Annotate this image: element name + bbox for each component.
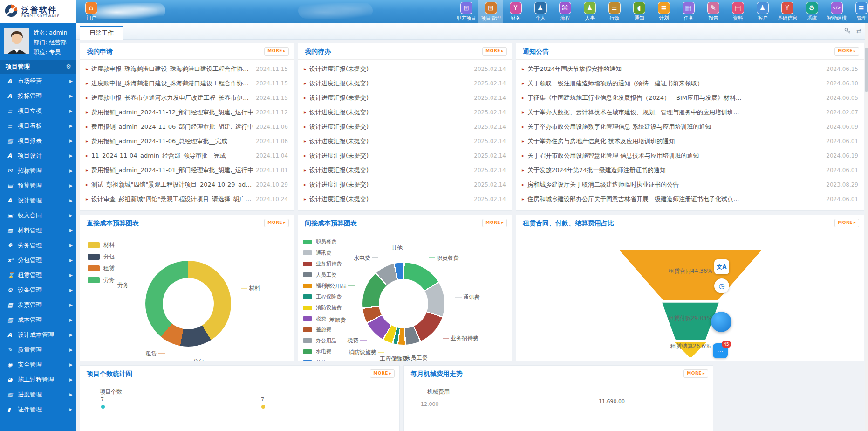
list-item[interactable]: ▸设计进度汇报(未提交)2025.02.14 bbox=[298, 163, 512, 177]
list-item[interactable]: ▸设计审查_彭祖新城"四馆"景观工程设计项目_请选择_胡广生_2024-10-2… bbox=[80, 192, 294, 206]
list-item[interactable]: ▸设计进度汇报(未提交)2025.02.14 bbox=[298, 62, 512, 76]
sidebar-item-租赁管理[interactable]: ⌛租赁管理▶ bbox=[0, 268, 76, 283]
chat-float-button[interactable]: ⋯ 45 bbox=[713, 343, 728, 358]
more-button[interactable]: MORE bbox=[264, 219, 289, 227]
sidebar-item-施工过程管理[interactable]: ◕施工过程管理▶ bbox=[0, 372, 76, 387]
nav-item-项目管理[interactable]: ⊞项目管理 bbox=[478, 0, 503, 23]
sidebar-item-证件管理[interactable]: ▮证件管理▶ bbox=[0, 402, 76, 417]
sidebar-item-发票管理[interactable]: ▤发票管理▶ bbox=[0, 298, 76, 313]
more-button[interactable]: MORE bbox=[834, 47, 859, 56]
list-item[interactable]: ▸关于举办住房与房地产信息化 技术及应用培训班的通知2024.06.01 bbox=[516, 134, 864, 148]
list-item[interactable]: ▸测试_彭祖新城"四馆"景观工程设计项目_2024-10-29_admin_结束… bbox=[80, 177, 294, 192]
sidebar-item-材料管理[interactable]: ▦材料管理▶ bbox=[0, 223, 76, 238]
sidebar-item-收入合同[interactable]: ▣收入合同▶ bbox=[0, 208, 76, 223]
list-item[interactable]: ▸费用报销_admin_2024-11-12_部门经理审批_胡建,_运行中202… bbox=[80, 105, 294, 119]
list-item[interactable]: ▸设计进度汇报(未提交)2025.02.14 bbox=[298, 119, 512, 134]
indirect-cost-donut-chart[interactable]: 职员餐费通讯费业务招待费人员工资福利费工程保险费消防设施费税费差旅费办公用品水电… bbox=[298, 231, 512, 361]
utility-float-button[interactable]: ◷ bbox=[714, 278, 729, 293]
translate-float-button[interactable]: 文A bbox=[714, 259, 729, 274]
list-item[interactable]: ▸11_2024-11-04_admin_经营部_领导审批__完成2024.11… bbox=[80, 148, 294, 163]
list-item[interactable]: ▸住房和城乡建设部办公厅关于同意吉林省开展二级建造师注册证书电子化试点...20… bbox=[516, 192, 864, 206]
nav-item-甲方项目[interactable]: ⊞甲方项目 bbox=[454, 0, 478, 23]
data-point[interactable] bbox=[101, 405, 105, 409]
list-item[interactable]: ▸进度款申报_珠海鹤港口建设_珠海鹤港口建设工程合作协议书_admin_...2… bbox=[80, 76, 294, 90]
expand-arrows-icon[interactable]: ⇄ bbox=[856, 28, 861, 35]
sidebar-item-预算管理[interactable]: ▤预算管理▶ bbox=[0, 178, 76, 193]
list-item[interactable]: ▸房和城乡建设厅关于取消二级建造师临时执业证书的公告2023.08.29 bbox=[516, 177, 864, 192]
machine-cost-chart[interactable]: 机械费用 12,000 11,690.00 bbox=[404, 382, 713, 431]
sidebar-item-市场经营[interactable]: A市场经营▶ bbox=[0, 74, 76, 89]
nav-item-任务[interactable]: ▦任务 bbox=[676, 0, 701, 23]
project-count-chart[interactable]: 项目个数 77 bbox=[80, 382, 399, 431]
list-item[interactable]: ▸关于举办大数据、云计算技术在城市建设、规划、管理与服务中的应用培训班...20… bbox=[516, 105, 864, 119]
sidebar-item-进度管理[interactable]: ▥进度管理▶ bbox=[0, 387, 76, 402]
nav-item-报告[interactable]: ✎报告 bbox=[701, 0, 725, 23]
more-button[interactable]: MORE bbox=[683, 369, 708, 378]
donut-ring[interactable] bbox=[362, 263, 444, 345]
nav-item-基础信息[interactable]: ¥基础信息 bbox=[775, 0, 800, 23]
sidebar-item-设计成本管理[interactable]: A设计成本管理▶ bbox=[0, 327, 76, 342]
nav-item-行政[interactable]: ≡行政 bbox=[602, 0, 627, 23]
sidebar-item-分包管理[interactable]: x²分包管理▶ bbox=[0, 253, 76, 268]
rental-funnel-chart[interactable]: 租赁合同44.36%租赁付款29.04%租赁结算26.6% bbox=[516, 231, 864, 361]
direct-cost-donut-chart[interactable]: 材料分包租赁劳务 材料分包租赁劳务 bbox=[80, 231, 294, 361]
list-item[interactable]: ▸费用报销_admin_2024-11-06_总经理审批__完成2024.11.… bbox=[80, 134, 294, 148]
sidebar-item-安全管理[interactable]: ◉安全管理▶ bbox=[0, 357, 76, 372]
list-item[interactable]: ▸设计进度汇报(未提交)2025.02.14 bbox=[298, 192, 512, 206]
scrollbar-thumb[interactable] bbox=[865, 48, 868, 92]
nav-item-流程[interactable]: ⌘流程 bbox=[553, 0, 577, 23]
more-button[interactable]: MORE bbox=[264, 47, 289, 56]
sidebar-item-项目报表[interactable]: ▥项目报表▶ bbox=[0, 133, 76, 148]
nav-item-个人[interactable]: ♟个人 bbox=[528, 0, 553, 23]
list-item[interactable]: ▸关于举办市政公用设施数字化管理信息 系统建设与应用培训班的通知2024.06.… bbox=[516, 119, 864, 134]
sidebar-item-劳务管理[interactable]: ❖劳务管理▶ bbox=[0, 238, 76, 253]
list-item[interactable]: ▸进度款申报_长春市伊通河水力发电厂改建工程_长春市伊通河水力发电...2024… bbox=[80, 90, 294, 105]
list-item[interactable]: ▸设计进度汇报(未提交)2025.02.14 bbox=[298, 177, 512, 192]
nav-item-资料[interactable]: ▤资料 bbox=[725, 0, 750, 23]
sidebar-item-投标管理[interactable]: A投标管理▶ bbox=[0, 89, 76, 104]
sidebar-item-成本管理[interactable]: ▥成本管理▶ bbox=[0, 313, 76, 327]
scrollbar-track[interactable] bbox=[865, 23, 868, 431]
nav-item-财务[interactable]: ¥财务 bbox=[503, 0, 528, 23]
list-item[interactable]: ▸关于2024年国庆节放假安排的通知2024.06.15 bbox=[516, 62, 864, 76]
more-button[interactable]: MORE bbox=[482, 219, 507, 227]
list-item[interactable]: ▸费用报销_admin_2024-11-06_部门经理审批_胡建,_运行中202… bbox=[80, 119, 294, 134]
list-item[interactable]: ▸关于发放2024年第24批一级建造师注册证书的通知2024.06.01 bbox=[516, 163, 864, 177]
nav-item-通知[interactable]: ◖通知 bbox=[627, 0, 651, 23]
nav-item-计划[interactable]: ≣计划 bbox=[651, 0, 676, 23]
sidebar-item-质量管理[interactable]: ✎质量管理▶ bbox=[0, 342, 76, 357]
more-button[interactable]: MORE bbox=[482, 47, 507, 56]
list-item[interactable]: ▸设计进度汇报(未提交)2025.02.14 bbox=[298, 90, 512, 105]
list-item[interactable]: ▸设计进度汇报(未提交)2025.02.14 bbox=[298, 76, 512, 90]
sidebar-item-招标管理[interactable]: ✉招标管理▶ bbox=[0, 163, 76, 178]
key-icon[interactable] bbox=[844, 28, 851, 35]
list-item[interactable]: ▸设计进度汇报(未提交)2025.02.14 bbox=[298, 134, 512, 148]
sidebar-item-设计管理[interactable]: A设计管理▶ bbox=[0, 193, 76, 208]
sidebar-item-项目设计[interactable]: A项目设计▶ bbox=[0, 148, 76, 163]
list-item[interactable]: ▸关于领取一级注册建造师增项贴的通知（须持一建证书前来领取）2024.06.10 bbox=[516, 76, 864, 90]
sidebar-item-设备管理[interactable]: ⚙设备管理▶ bbox=[0, 283, 76, 298]
sidebar-section-header[interactable]: 项目管理 ⚙ bbox=[0, 60, 76, 74]
more-button[interactable]: MORE bbox=[370, 369, 395, 378]
nav-item-系统[interactable]: ⚙系统 bbox=[800, 0, 824, 23]
nav-item-人事[interactable]: ♟人事 bbox=[577, 0, 602, 23]
nav-item-管理[interactable]: ≣管理 bbox=[849, 0, 868, 23]
nav-item-门户[interactable]: ⌂门户 bbox=[79, 0, 103, 23]
list-item[interactable]: ▸关于召开市政公用设施智慧化管理 信息技术与应用培训班的通知2024.06.19 bbox=[516, 148, 864, 163]
more-button[interactable]: MORE bbox=[834, 219, 859, 227]
donut-ring[interactable] bbox=[145, 261, 231, 347]
sidebar-item-项目看板[interactable]: ≡项目看板▶ bbox=[0, 118, 76, 133]
data-point[interactable] bbox=[261, 405, 265, 409]
nav-item-智能建模[interactable]: </>智能建模 bbox=[824, 0, 849, 23]
list-item[interactable]: ▸设计进度汇报(未提交)2025.02.14 bbox=[298, 105, 512, 119]
list-item[interactable]: ▸费用报销_admin_2024-11-01_部门经理审批_胡建,_运行中202… bbox=[80, 163, 294, 177]
list-item[interactable]: ▸于征集《中国建筑施工行业信息化发展报告（2024）—BIM应用与发展》材料..… bbox=[516, 90, 864, 105]
nav-item-客户[interactable]: ♟客户 bbox=[750, 0, 775, 23]
tab-daily-work[interactable]: 日常工作 bbox=[80, 26, 123, 40]
assistant-float-button[interactable] bbox=[711, 312, 731, 332]
sidebar-item-项目立项[interactable]: ≡项目立项▶ bbox=[0, 104, 76, 118]
avatar[interactable] bbox=[4, 28, 29, 54]
gear-icon[interactable]: ⚙ bbox=[66, 60, 71, 74]
list-item[interactable]: ▸进度款申报_珠海鹤港口建设_珠海鹤港口建设工程合作协议书_admin_...2… bbox=[80, 62, 294, 76]
list-item[interactable]: ▸设计进度汇报(未提交)2025.02.14 bbox=[298, 148, 512, 163]
